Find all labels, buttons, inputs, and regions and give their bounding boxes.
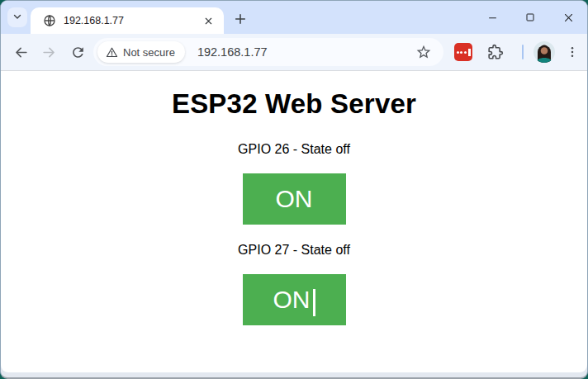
page-title: ESP32 Web Server — [1, 88, 587, 120]
security-chip-label: Not secure — [123, 46, 175, 59]
reload-icon — [70, 45, 86, 60]
address-bar[interactable]: Not secure 192.168.1.77 — [93, 38, 443, 66]
close-icon — [204, 17, 213, 26]
minimize-button[interactable] — [473, 1, 511, 34]
text-caret — [313, 289, 315, 316]
profile-avatar[interactable] — [533, 40, 556, 64]
new-tab-button[interactable] — [230, 8, 251, 30]
url-text: 192.168.1.77 — [197, 45, 412, 59]
maximize-button[interactable] — [511, 1, 549, 34]
tab-close-button[interactable] — [201, 13, 216, 28]
maximize-icon — [525, 12, 535, 22]
puzzle-piece-icon — [487, 44, 504, 60]
browser-toolbar: Not secure 192.168.1.77 — [1, 34, 587, 70]
close-icon — [563, 12, 574, 23]
gpio-27-on-button-label: ON — [273, 286, 311, 314]
toolbar-divider — [522, 45, 524, 59]
gpio-26-on-button-label: ON — [276, 185, 313, 213]
plus-icon — [234, 12, 247, 26]
active-tab[interactable]: 192.168.1.77 — [31, 7, 224, 34]
web-page-content: ESP32 Web Server GPIO 26 - State off ON … — [1, 71, 587, 372]
chevron-down-icon — [12, 11, 23, 25]
extensions-button[interactable] — [485, 41, 506, 63]
forward-button[interactable] — [37, 40, 60, 64]
star-icon — [415, 44, 432, 60]
back-arrow-icon — [13, 45, 29, 60]
close-window-button[interactable] — [549, 1, 587, 34]
avatar-photo — [533, 40, 556, 64]
three-dot-menu-icon — [566, 45, 579, 59]
browser-menu-button[interactable] — [561, 40, 584, 64]
tab-search-button[interactable] — [7, 7, 27, 27]
back-button[interactable] — [9, 40, 32, 64]
window-controls — [473, 1, 587, 34]
browser-window: 192.168.1.77 — [0, 0, 588, 379]
forward-arrow-icon — [41, 45, 57, 60]
gpio-27-on-button[interactable]: ON — [243, 274, 346, 325]
tab-strip: 192.168.1.77 — [1, 1, 587, 34]
lastpass-extension-button[interactable] — [454, 43, 472, 61]
security-chip[interactable]: Not secure — [97, 41, 185, 63]
gpio-26-on-button[interactable]: ON — [243, 173, 346, 225]
minimize-icon — [487, 12, 498, 23]
gpio-27-state-label: GPIO 27 - State off — [1, 243, 587, 258]
lastpass-icon — [457, 49, 471, 56]
reload-button[interactable] — [66, 40, 89, 64]
globe-favicon-icon — [43, 14, 56, 27]
gpio-26-state-label: GPIO 26 - State off — [1, 142, 587, 157]
bookmark-star-button[interactable] — [412, 40, 435, 64]
warning-triangle-icon — [106, 46, 118, 59]
tab-title: 192.168.1.77 — [64, 15, 201, 26]
